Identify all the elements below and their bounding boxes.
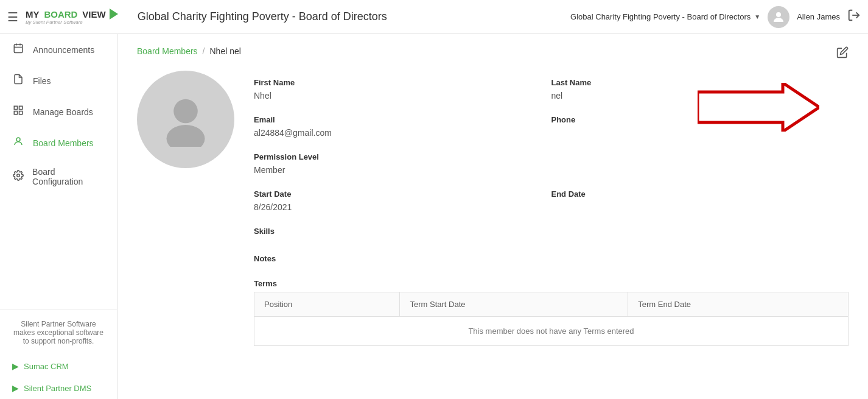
sidebar-item-manage-boards[interactable]: Manage Boards: [0, 96, 117, 127]
sidebar-item-board-members[interactable]: Board Members: [0, 127, 117, 158]
sidebar-footer: Silent Partner Software makes exceptiona…: [0, 309, 117, 355]
svg-point-13: [173, 99, 198, 124]
logo-triangle: [110, 9, 118, 19]
svg-rect-7: [19, 106, 23, 109]
first-name-label: First Name: [254, 78, 551, 87]
email-field: Email al24884@gmail.com: [254, 108, 551, 145]
gear-icon: [12, 170, 24, 184]
breadcrumb: Board Members / Nhel nel: [137, 46, 849, 56]
placeholder-field: [551, 145, 849, 182]
skills-label: Skills: [254, 227, 551, 236]
member-detail: First Name Nhel Last Name nel Email al24…: [137, 71, 849, 346]
logo-view: VIEW: [82, 9, 105, 19]
breadcrumb-current: Nhel nel: [209, 46, 240, 56]
sidebar-link-sumac[interactable]: ▶ Sumac CRM: [0, 355, 117, 377]
last-name-label: Last Name: [551, 78, 849, 87]
file-icon: [12, 74, 24, 88]
board-selector-label: Global Charity Fighting Poverty - Board …: [570, 12, 751, 21]
terms-empty-row: This member does not have any Terms ente…: [254, 317, 849, 346]
last-name-field: Last Name nel: [551, 71, 849, 108]
phone-field: Phone: [551, 108, 849, 145]
placeholder-field2: [551, 219, 849, 247]
permission-value: Member: [254, 165, 551, 175]
svg-point-14: [167, 125, 205, 147]
col-start-date: Term Start Date: [400, 292, 628, 317]
sidebar-item-announcements[interactable]: Announcements: [0, 34, 117, 65]
email-label: Email: [254, 115, 551, 124]
logo-sub: By Silent Partner Software: [26, 19, 118, 25]
board-selector[interactable]: Global Charity Fighting Poverty - Board …: [570, 12, 760, 21]
first-name-value: Nhel: [254, 91, 551, 101]
start-date-label: Start Date: [254, 189, 551, 199]
dms-arrow-icon: ▶: [12, 383, 19, 393]
sidebar: Announcements Files Manage Boards Board …: [0, 34, 117, 399]
email-value: al24884@gmail.com: [254, 128, 551, 138]
end-date-label: End Date: [551, 189, 849, 199]
permission-label: Permission Level: [254, 152, 551, 161]
svg-rect-9: [19, 111, 23, 115]
phone-label: Phone: [551, 115, 849, 124]
main-content: Board Members / Nhel nel: [117, 34, 868, 399]
avatar: [768, 6, 789, 28]
member-avatar: [137, 71, 234, 168]
board-members-icon: [12, 136, 24, 150]
sidebar-item-board-configuration[interactable]: Board Configuration: [0, 158, 117, 195]
svg-point-0: [776, 12, 781, 17]
terms-label: Terms: [254, 279, 849, 288]
terms-empty-message: This member does not have any Terms ente…: [254, 317, 849, 346]
sidebar-item-files-label: Files: [33, 76, 51, 86]
skills-field: Skills: [254, 219, 551, 247]
chevron-down-icon: ▼: [754, 13, 760, 20]
calendar-icon: [12, 43, 24, 57]
menu-icon[interactable]: ☰: [7, 10, 18, 24]
sidebar-item-board-members-label: Board Members: [33, 138, 94, 148]
sidebar-link-sumac-label: Sumac CRM: [24, 362, 69, 371]
info-grid: First Name Nhel Last Name nel Email al24…: [254, 71, 849, 274]
sidebar-item-board-configuration-label: Board Configuration: [32, 167, 105, 186]
sidebar-item-manage-boards-label: Manage Boards: [33, 107, 93, 117]
terms-section: Terms Position Term Start Date Term End …: [254, 279, 849, 346]
svg-rect-2: [14, 44, 23, 53]
svg-rect-8: [14, 111, 17, 115]
edit-button[interactable]: [836, 46, 849, 62]
member-info: First Name Nhel Last Name nel Email al24…: [254, 71, 849, 346]
sidebar-nav: Announcements Files Manage Boards Board …: [0, 34, 117, 309]
first-name-field: First Name Nhel: [254, 71, 551, 108]
sidebar-footer-text: Silent Partner Software makes exceptiona…: [10, 320, 107, 345]
sidebar-link-dms-label: Silent Partner DMS: [24, 384, 91, 393]
col-end-date: Term End Date: [628, 292, 849, 317]
last-name-value: nel: [551, 91, 849, 101]
terms-table: Position Term Start Date Term End Date T…: [254, 292, 849, 346]
page-title: Global Charity Fighting Poverty - Board …: [138, 10, 570, 23]
logout-icon[interactable]: [847, 9, 861, 25]
end-date-field: End Date: [551, 182, 849, 219]
user-name: Allen James: [797, 12, 840, 21]
svg-rect-6: [14, 106, 17, 109]
permission-field: Permission Level Member: [254, 145, 551, 182]
breadcrumb-board-members-link[interactable]: Board Members: [137, 46, 198, 56]
start-date-field: Start Date 8/26/2021: [254, 182, 551, 219]
navbar: ☰ MY BOARD VIEW By Silent Partner Softwa…: [0, 0, 868, 34]
manage-boards-icon: [12, 105, 24, 119]
col-position: Position: [254, 292, 400, 317]
logo-my: MY: [26, 9, 40, 19]
avatar-column: [137, 71, 234, 346]
sidebar-item-files[interactable]: Files: [0, 65, 117, 96]
logo-board: BOARD: [44, 9, 77, 19]
layout: Announcements Files Manage Boards Board …: [0, 34, 868, 399]
breadcrumb-separator: /: [203, 46, 205, 56]
svg-point-11: [16, 174, 19, 177]
notes-label: Notes: [254, 254, 551, 263]
placeholder-field3: [551, 247, 849, 274]
sidebar-link-dms[interactable]: ▶ Silent Partner DMS: [0, 377, 117, 399]
logo: MY BOARD VIEW By Silent Partner Software: [26, 9, 123, 25]
sumac-arrow-icon: ▶: [12, 361, 19, 371]
svg-point-10: [16, 138, 20, 141]
navbar-right: Global Charity Fighting Poverty - Board …: [570, 6, 861, 28]
sidebar-item-announcements-label: Announcements: [33, 45, 94, 55]
start-date-value: 8/26/2021: [254, 202, 551, 212]
notes-field: Notes: [254, 247, 551, 274]
